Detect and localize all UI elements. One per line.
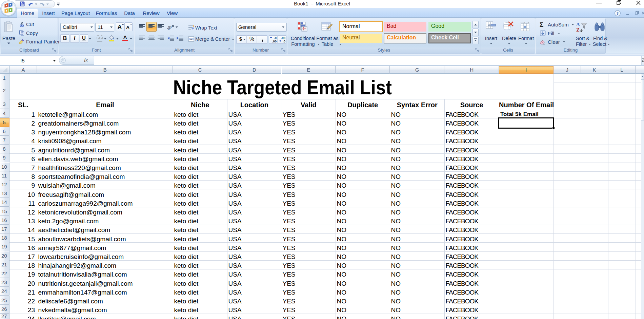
svg-text:.00: .00 [272,39,277,43]
svg-text:Z: Z [576,27,580,33]
svg-text:A: A [576,22,580,27]
svg-text:?: ? [617,11,619,16]
svg-text:A: A [118,24,122,30]
svg-text:A: A [123,34,127,40]
svg-text:A: A [126,25,129,30]
svg-text:a: a [190,38,192,41]
svg-text:ab: ab [166,24,173,31]
svg-text:.0: .0 [283,39,285,43]
